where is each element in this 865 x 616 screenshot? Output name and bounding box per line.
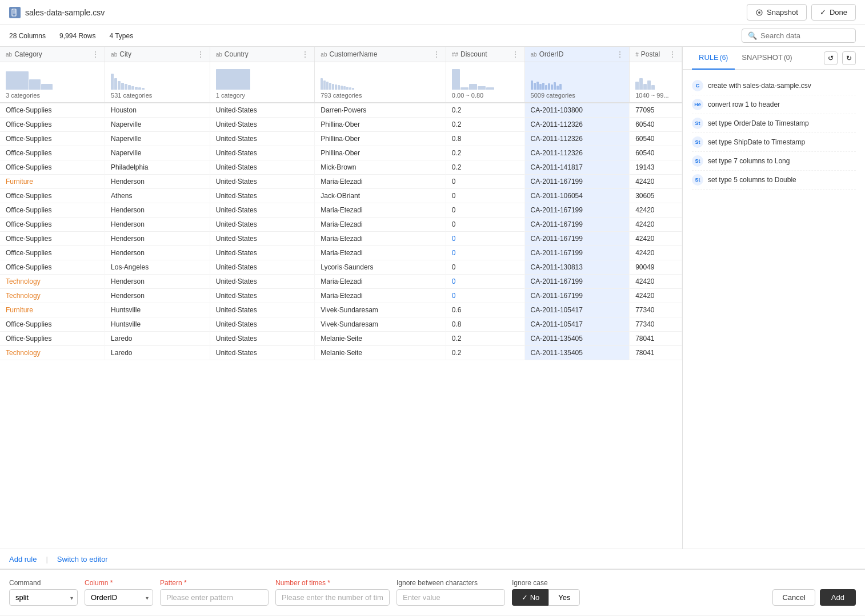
rule-item: He convert row 1 to header [692, 95, 856, 114]
table-cell: Henderson [105, 274, 210, 288]
table-row: Office·SuppliesLos·AngelesUnited·StatesL… [0, 260, 682, 274]
add-rule-link[interactable]: Add rule [9, 555, 37, 563]
col-label-category: Category [14, 50, 42, 58]
hist-country [210, 62, 315, 91]
col-options-orderid[interactable]: ⋮ [616, 50, 623, 58]
command-select[interactable]: split [9, 589, 78, 606]
table-cell: CA-2011-103800 [524, 103, 630, 118]
tab-rule[interactable]: RULE (6) [692, 47, 735, 70]
table-cell: Huntsville [105, 317, 210, 331]
header-left: sales-data-sample.csv [9, 7, 105, 18]
table-cell: Maria·Etezadi [315, 288, 446, 303]
table-cell: CA-2011-112326 [524, 131, 630, 146]
cancel-button[interactable]: Cancel [772, 589, 815, 606]
table-cell: CA-2011-112326 [524, 146, 630, 160]
rule-text: set type ShipDate to Timestamp [708, 138, 805, 146]
table-cell: Technology [0, 345, 105, 360]
col-options-postal[interactable]: ⋮ [669, 50, 676, 58]
col-options-city[interactable]: ⋮ [197, 50, 204, 58]
stats-orderid: 5009 categories [524, 91, 630, 103]
table-cell: Phillina·Ober [315, 146, 446, 160]
table-body: Office·SuppliesHoustonUnited·StatesDarre… [0, 103, 682, 360]
table-cell: CA-2011-105417 [524, 303, 630, 317]
col-options-country[interactable]: ⋮ [302, 50, 309, 58]
action-buttons: Cancel Add [772, 589, 856, 606]
table-cell: CA-2011-167199 [524, 217, 630, 231]
table-cell: 42420 [630, 288, 682, 303]
table-cell: United·States [210, 260, 315, 274]
hist-customername [315, 62, 446, 91]
col-options-customername[interactable]: ⋮ [433, 50, 440, 58]
search-box[interactable]: 🔍 [742, 29, 856, 43]
table-cell: Maria·Etezadi [315, 203, 446, 217]
table-cell: United·States [210, 331, 315, 345]
table-cell: CA-2011-167199 [524, 174, 630, 188]
ignore-case-label: Ignore case [512, 579, 580, 587]
col-header-city: ab City ⋮ [105, 47, 210, 62]
table-cell: Office·Supplies [0, 231, 105, 245]
rule-item: St set type OrderDate to Timestamp [692, 114, 856, 133]
table-cell: CA-2011-135405 [524, 331, 630, 345]
col-label-orderid: OrderID [539, 50, 564, 58]
table-cell: Houston [105, 103, 210, 118]
right-panel: RULE (6) SNAPSHOT (0) ↺ ↻ C create with … [682, 47, 865, 549]
table-row: FurnitureHendersonUnited·StatesMaria·Ete… [0, 174, 682, 188]
done-button[interactable]: ✓ Done [811, 4, 856, 21]
command-field-group: Command split [9, 579, 78, 606]
table-cell: 0.6 [446, 303, 524, 317]
stats-customername: 793 categories [315, 91, 446, 103]
table-cell: United·States [210, 160, 315, 174]
pattern-input[interactable] [160, 589, 269, 606]
col-options-discount[interactable]: ⋮ [512, 50, 519, 58]
stats-country: 1 category [210, 91, 315, 103]
column-select-wrap: OrderID [85, 589, 153, 606]
pattern-field-group: Pattern * [160, 579, 269, 606]
data-table-area[interactable]: ab Category ⋮ ab City ⋮ [0, 47, 682, 549]
table-cell: Office·Supplies [0, 103, 105, 118]
yes-button[interactable]: Yes [548, 589, 580, 606]
redo-button[interactable]: ↻ [842, 51, 856, 65]
table-cell: Henderson [105, 217, 210, 231]
table-cell: 60540 [630, 146, 682, 160]
table-cell: Lycoris·Saunders [315, 260, 446, 274]
table-row: Office·SuppliesLaredoUnited·StatesMelani… [0, 331, 682, 345]
table-cell: 0 [446, 288, 524, 303]
table-cell: CA-2011-167199 [524, 231, 630, 245]
table-cell: Naperville [105, 146, 210, 160]
table-cell: Maria·Etezadi [315, 245, 446, 260]
table-cell: CA-2011-167199 [524, 288, 630, 303]
table-cell: 0.8 [446, 131, 524, 146]
table-cell: 60540 [630, 117, 682, 131]
undo-button[interactable]: ↺ [824, 51, 838, 65]
table-row: TechnologyHendersonUnited·StatesMaria·Et… [0, 288, 682, 303]
table-row: Office·SuppliesPhiladelphiaUnited·States… [0, 160, 682, 174]
table-cell: 0.2 [446, 146, 524, 160]
ignore-between-input[interactable] [397, 589, 505, 606]
snapshot-button[interactable]: Snapshot [747, 4, 807, 21]
table-cell: CA-2011-130813 [524, 260, 630, 274]
table-cell: 19143 [630, 160, 682, 174]
col-header-orderid: ab OrderID ⋮ [524, 47, 630, 62]
column-select[interactable]: OrderID [85, 589, 153, 606]
number-of-times-label: Number of times * [275, 579, 390, 587]
switch-editor-link[interactable]: Switch to editor [57, 555, 108, 563]
table-cell: 0 [446, 217, 524, 231]
number-of-times-input[interactable] [275, 589, 390, 606]
rule-text: set type 5 columns to Double [708, 176, 796, 184]
rule-icon: He [692, 99, 703, 110]
search-input[interactable] [760, 31, 846, 40]
table-cell: Laredo [105, 345, 210, 360]
no-button[interactable]: ✓ No [512, 589, 548, 606]
panel-icon-buttons: ↺ ↻ [824, 51, 856, 65]
table-cell: Office·Supplies [0, 117, 105, 131]
add-button[interactable]: Add [820, 589, 856, 606]
col-options-category[interactable]: ⋮ [92, 50, 99, 58]
table-row: Office·SuppliesNapervilleUnited·StatesPh… [0, 146, 682, 160]
table-cell: Maria·Etezadi [315, 274, 446, 288]
hist-category [0, 62, 105, 91]
table-cell: Naperville [105, 131, 210, 146]
stats-category: 3 categories [0, 91, 105, 103]
table-cell: Jack·OBriant [315, 188, 446, 203]
tab-snapshot[interactable]: SNAPSHOT (0) [735, 47, 799, 70]
table-row: TechnologyHendersonUnited·StatesMaria·Et… [0, 274, 682, 288]
